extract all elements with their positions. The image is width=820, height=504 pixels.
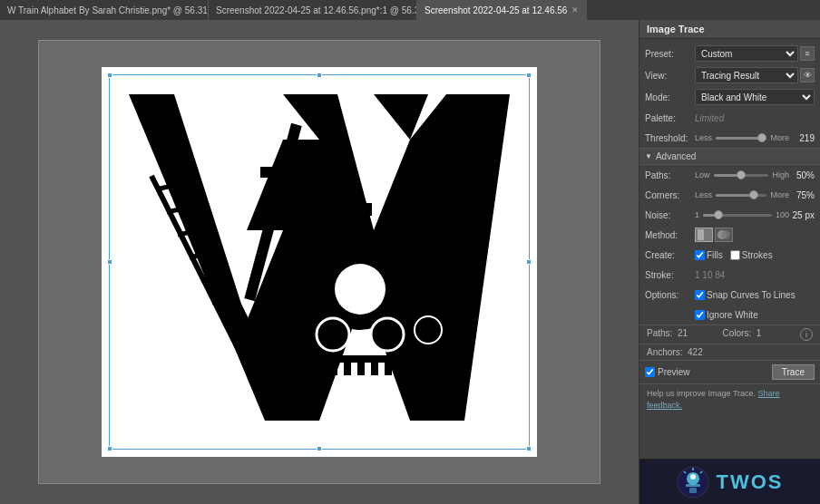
preset-row: Preset: Custom Default High Fidelity Pho… xyxy=(639,43,820,64)
svg-point-41 xyxy=(721,230,730,239)
paths-thumb[interactable] xyxy=(737,170,746,179)
create-control: Fills Strokes xyxy=(695,250,815,260)
create-checkboxes: Fills Strokes xyxy=(695,250,773,260)
corners-min: Less xyxy=(695,190,712,199)
method-abutting-btn[interactable] xyxy=(695,228,713,242)
svg-rect-38 xyxy=(698,229,704,240)
strokes-checkbox[interactable] xyxy=(730,250,740,260)
anchors-stat: Anchors: 422 xyxy=(647,347,813,357)
view-row: View: Tracing Result Source Image 👁 xyxy=(639,64,820,86)
ignore-white-text: Ignore White xyxy=(707,310,758,320)
colors-stat: Colors: 1 xyxy=(723,328,799,341)
paths-stat: Paths: 21 xyxy=(647,328,723,341)
view-eye-btn[interactable]: 👁 xyxy=(800,68,815,82)
svg-point-9 xyxy=(371,318,404,351)
canvas-area[interactable] xyxy=(0,20,639,504)
create-row: Create: Fills Strokes xyxy=(639,245,820,265)
tab-1-label: W Train Alphabet By Sarah Christie.png* … xyxy=(7,5,209,15)
paths-track[interactable] xyxy=(714,174,769,177)
options-control: Snap Curves To Lines xyxy=(695,290,815,300)
method-overlapping-btn[interactable] xyxy=(715,228,733,242)
options-label: Options: xyxy=(645,290,695,300)
ignore-white-label[interactable]: Ignore White xyxy=(695,310,758,320)
anchors-stat-label: Anchors: xyxy=(647,347,682,357)
svg-rect-13 xyxy=(289,363,297,375)
trace-button[interactable]: Trace xyxy=(772,364,815,380)
tab-3-close[interactable]: ✕ xyxy=(571,5,579,15)
mode-select[interactable]: Black and White Grayscale Color xyxy=(695,89,815,105)
create-label: Create: xyxy=(645,250,695,260)
tab-3-label: Screenshot 2022-04-25 at 12.46.56 xyxy=(425,5,567,15)
tab-1[interactable]: W Train Alphabet By Sarah Christie.png* … xyxy=(0,0,209,20)
snap-curves-label[interactable]: Snap Curves To Lines xyxy=(695,290,796,300)
fills-checkbox-label[interactable]: Fills xyxy=(695,250,723,260)
canvas-frame xyxy=(38,40,600,484)
preview-checkbox[interactable] xyxy=(645,367,655,377)
svg-rect-14 xyxy=(303,363,310,375)
noise-thumb[interactable] xyxy=(714,210,723,219)
strokes-label: Strokes xyxy=(742,250,773,260)
corners-value: 75% xyxy=(789,190,815,200)
paths-value: 50% xyxy=(789,170,815,180)
method-row: Method: xyxy=(639,225,820,245)
svg-rect-45 xyxy=(689,488,697,493)
preset-control: Custom Default High Fidelity Photo xyxy=(695,45,798,62)
options-row: Options: Snap Curves To Lines xyxy=(639,285,820,305)
svg-rect-44 xyxy=(686,484,700,487)
strokes-checkbox-label[interactable]: Strokes xyxy=(730,250,773,260)
preset-select[interactable]: Custom Default High Fidelity Photo xyxy=(695,45,798,62)
snap-curves-checkbox[interactable] xyxy=(695,290,705,300)
paths-stat-label: Paths: xyxy=(647,328,672,338)
corners-track[interactable] xyxy=(716,194,766,197)
threshold-thumb[interactable] xyxy=(757,133,766,142)
twos-text: TWOS xyxy=(717,470,784,494)
noise-track[interactable] xyxy=(703,214,772,217)
svg-line-26 xyxy=(174,176,265,357)
ignore-white-checkbox[interactable] xyxy=(695,310,705,320)
noise-value: 25 px xyxy=(789,210,815,220)
svg-rect-17 xyxy=(344,363,351,375)
corners-thumb[interactable] xyxy=(749,190,758,199)
tab-2-label: Screenshot 2022-04-25 at 12.46.56.png*:1… xyxy=(216,5,417,15)
tab-3[interactable]: Screenshot 2022-04-25 at 12.46.56 ✕ xyxy=(417,0,587,20)
ignore-white-row: Ignore White xyxy=(639,305,820,325)
view-label: View: xyxy=(645,71,695,81)
svg-rect-16 xyxy=(330,363,337,375)
panel-title: Image Trace xyxy=(639,20,820,39)
svg-rect-19 xyxy=(371,363,378,375)
preview-trace-row: Preview Trace xyxy=(639,360,820,383)
threshold-control: Less More xyxy=(695,133,789,142)
colors-stat-value: 1 xyxy=(757,328,762,338)
stats-row: Paths: 21 Colors: 1 i xyxy=(639,325,820,344)
twos-logo-icon xyxy=(677,466,709,499)
fills-checkbox[interactable] xyxy=(695,250,705,260)
ignore-white-control: Ignore White xyxy=(695,310,815,320)
preset-menu-btn[interactable]: ≡ xyxy=(800,46,815,61)
corners-row: Corners: Less More 75% xyxy=(639,185,820,205)
svg-point-8 xyxy=(317,318,349,351)
preview-checkbox-label[interactable]: Preview xyxy=(645,367,690,377)
svg-rect-18 xyxy=(357,363,365,375)
help-text: Help us improve Image Trace. xyxy=(647,389,756,398)
paths-stat-value: 21 xyxy=(678,328,688,338)
threshold-track[interactable] xyxy=(716,137,766,140)
preset-label: Preset: xyxy=(645,49,695,59)
artwork-svg xyxy=(102,67,537,457)
fills-label: Fills xyxy=(707,250,723,260)
right-panel: Image Trace Preset: Custom Default High … xyxy=(639,20,820,504)
panel-body: Preset: Custom Default High Fidelity Pho… xyxy=(639,39,820,459)
advanced-section-header[interactable]: ▼ Advanced xyxy=(639,148,820,165)
twos-logo: TWOS xyxy=(639,459,820,504)
palette-label: Palette: xyxy=(645,113,695,123)
advanced-arrow: ▼ xyxy=(645,152,652,160)
threshold-max: More xyxy=(770,133,789,142)
paths-row: Paths: Low High 50% xyxy=(639,165,820,185)
method-control xyxy=(695,228,815,242)
view-select[interactable]: Tracing Result Source Image xyxy=(695,67,798,83)
svg-rect-15 xyxy=(317,363,324,375)
svg-point-46 xyxy=(690,474,696,480)
tab-2[interactable]: Screenshot 2022-04-25 at 12.46.56.png*:1… xyxy=(209,0,417,20)
info-icon[interactable]: i xyxy=(800,328,813,341)
svg-rect-5 xyxy=(339,203,372,216)
svg-rect-22 xyxy=(412,363,419,375)
